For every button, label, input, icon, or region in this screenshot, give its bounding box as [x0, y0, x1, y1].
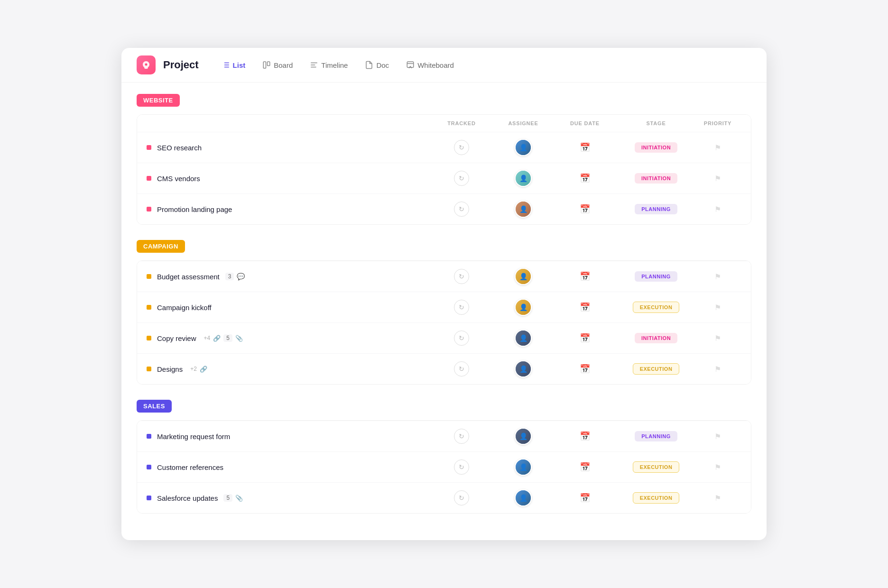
plus-badge: +4: [204, 335, 211, 341]
table-row[interactable]: SEO research ↻ 👤 📅 INITIATION: [137, 132, 751, 163]
task-label: Customer references: [157, 463, 223, 471]
tracked-icon[interactable]: ↻: [454, 140, 469, 155]
table-row[interactable]: Campaign kickoff ↻ 👤 📅 EXECUTION: [137, 292, 751, 322]
due-date-cell[interactable]: 📅: [552, 302, 618, 312]
due-date-cell[interactable]: 📅: [552, 431, 618, 441]
tracked-icon[interactable]: ↻: [454, 459, 469, 475]
attach-icon: 📎: [235, 495, 243, 502]
task-label: Promotion landing page: [157, 205, 232, 213]
due-date-cell[interactable]: 📅: [552, 493, 618, 503]
assignee-cell[interactable]: 👤: [495, 428, 552, 445]
priority-cell[interactable]: ⚑: [694, 432, 741, 441]
assignee-cell[interactable]: 👤: [495, 360, 552, 377]
task-dot: [147, 336, 151, 340]
avatar-face: 👤: [516, 139, 531, 156]
due-date-cell[interactable]: 📅: [552, 271, 618, 282]
tab-doc[interactable]: Doc: [357, 57, 397, 73]
tab-board[interactable]: Board: [255, 57, 300, 73]
calendar-icon: 📅: [580, 333, 590, 343]
priority-cell[interactable]: ⚑: [694, 205, 741, 214]
assignee-cell[interactable]: 👤: [495, 299, 552, 316]
tracked-icon[interactable]: ↻: [454, 202, 469, 217]
tab-timeline-label: Timeline: [321, 61, 348, 69]
section-website-badge[interactable]: WEBSITE: [137, 94, 180, 107]
tracked-icon[interactable]: ↻: [454, 361, 469, 377]
task-name: Budget assessment 3 💬: [147, 273, 428, 281]
plus-badge: +2: [190, 366, 197, 372]
avatar-face: 👤: [516, 299, 531, 316]
tracked-icon[interactable]: ↻: [454, 331, 469, 346]
assignee-cell[interactable]: 👤: [495, 170, 552, 187]
due-date-cell[interactable]: 📅: [552, 204, 618, 214]
flag-icon: ⚑: [714, 365, 721, 374]
priority-cell[interactable]: ⚑: [694, 272, 741, 281]
stage-cell[interactable]: INITIATION: [618, 333, 694, 343]
tab-list[interactable]: List: [214, 57, 253, 73]
tracked-icon[interactable]: ↻: [454, 490, 469, 505]
table-row[interactable]: Promotion landing page ↻ 👤 📅 PLANNING: [137, 193, 751, 224]
col-due-date: DUE DATE: [552, 120, 618, 126]
avatar: 👤: [515, 330, 532, 347]
table-row[interactable]: Copy review +4 🔗 5 📎 ↻ 👤: [137, 322, 751, 353]
stage-cell[interactable]: EXECUTION: [618, 492, 694, 504]
task-name: Promotion landing page: [147, 205, 428, 213]
assignee-cell[interactable]: 👤: [495, 268, 552, 285]
section-sales-badge[interactable]: SALES: [137, 400, 172, 413]
tab-board-label: Board: [274, 61, 293, 69]
stage-cell[interactable]: EXECUTION: [618, 363, 694, 375]
tracked-icon[interactable]: ↻: [454, 171, 469, 186]
task-label: SEO research: [157, 144, 202, 152]
table-row[interactable]: Customer references ↻ 👤 📅 EXECUTION: [137, 451, 751, 482]
due-date-cell[interactable]: 📅: [552, 333, 618, 343]
tracked-cell: ↻: [428, 331, 495, 346]
assignee-cell[interactable]: 👤: [495, 201, 552, 218]
priority-cell[interactable]: ⚑: [694, 143, 741, 152]
stage-cell[interactable]: PLANNING: [618, 271, 694, 282]
due-date-cell[interactable]: 📅: [552, 142, 618, 153]
stage-cell[interactable]: PLANNING: [618, 204, 694, 214]
assignee-cell[interactable]: 👤: [495, 459, 552, 476]
stage-cell[interactable]: INITIATION: [618, 142, 694, 153]
avatar-face: 👤: [516, 459, 531, 476]
priority-cell[interactable]: ⚑: [694, 494, 741, 503]
tab-timeline[interactable]: Timeline: [302, 57, 355, 73]
assignee-cell[interactable]: 👤: [495, 489, 552, 506]
priority-cell[interactable]: ⚑: [694, 174, 741, 183]
task-dot: [147, 496, 151, 500]
assignee-cell[interactable]: 👤: [495, 330, 552, 347]
due-date-cell[interactable]: 📅: [552, 364, 618, 374]
assignee-cell[interactable]: 👤: [495, 139, 552, 156]
table-row[interactable]: Budget assessment 3 💬 ↻ 👤 📅: [137, 261, 751, 292]
tracked-icon[interactable]: ↻: [454, 269, 469, 284]
tab-whiteboard[interactable]: Whiteboard: [398, 57, 462, 73]
table-header: TRACKED ASSIGNEE DUE DATE STAGE PRIORITY: [137, 115, 751, 132]
tracked-icon[interactable]: ↻: [454, 300, 469, 315]
calendar-icon: 📅: [580, 204, 590, 214]
priority-cell[interactable]: ⚑: [694, 463, 741, 472]
task-label: Budget assessment: [157, 273, 220, 281]
table-row[interactable]: Salesforce updates 5 📎 ↻ 👤 📅: [137, 482, 751, 513]
flag-icon: ⚑: [714, 143, 721, 152]
stage-badge: PLANNING: [635, 271, 677, 282]
stage-cell[interactable]: EXECUTION: [618, 461, 694, 473]
table-row[interactable]: Marketing request form ↻ 👤 📅 PLANNING: [137, 421, 751, 451]
priority-cell[interactable]: ⚑: [694, 303, 741, 312]
avatar: 👤: [515, 459, 532, 476]
tracked-cell: ↻: [428, 459, 495, 475]
task-dot: [147, 434, 151, 439]
priority-cell[interactable]: ⚑: [694, 334, 741, 343]
table-row[interactable]: Designs +2 🔗 ↻ 👤 📅: [137, 353, 751, 384]
stage-cell[interactable]: PLANNING: [618, 431, 694, 441]
priority-cell[interactable]: ⚑: [694, 365, 741, 374]
tracked-icon[interactable]: ↻: [454, 429, 469, 444]
table-row[interactable]: CMS vendors ↻ 👤 📅 INITIATION: [137, 163, 751, 193]
stage-cell[interactable]: EXECUTION: [618, 302, 694, 313]
calendar-icon: 📅: [580, 462, 590, 472]
avatar: 👤: [515, 170, 532, 187]
avatar-face: 👤: [516, 428, 531, 445]
section-website-table: TRACKED ASSIGNEE DUE DATE STAGE PRIORITY…: [137, 114, 751, 225]
due-date-cell[interactable]: 📅: [552, 173, 618, 184]
section-campaign-badge[interactable]: CAMPAIGN: [137, 240, 185, 253]
stage-cell[interactable]: INITIATION: [618, 173, 694, 184]
due-date-cell[interactable]: 📅: [552, 462, 618, 472]
